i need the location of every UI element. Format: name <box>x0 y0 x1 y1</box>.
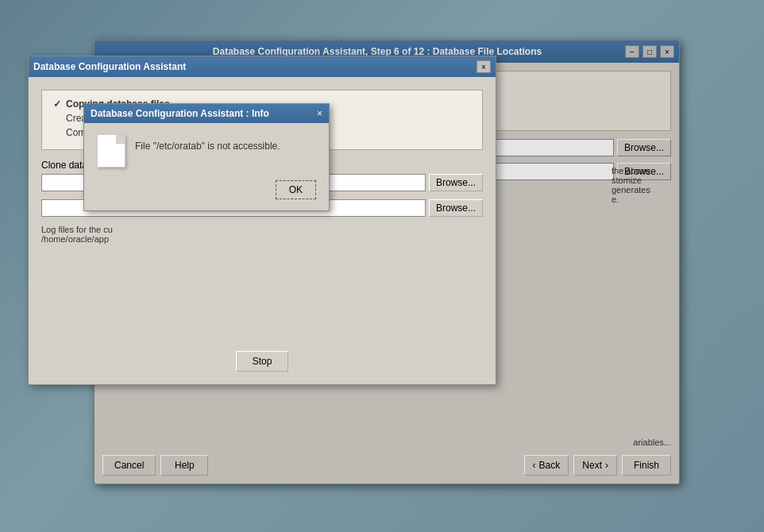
modal-close-button[interactable]: × <box>477 60 491 73</box>
info-body: File "/etc/oratab" is not accessible. OK <box>84 123 329 210</box>
info-dialog: Database Configuration Assistant : Info … <box>83 103 330 211</box>
info-ok-row: OK <box>97 180 316 199</box>
info-close-button[interactable]: × <box>317 108 322 119</box>
stop-button[interactable]: Stop <box>236 351 289 372</box>
info-message: File "/etc/oratab" is not accessible. <box>135 134 280 152</box>
modal-browse2-button[interactable]: Browse... <box>429 199 483 217</box>
modal-log-line2: /home/oracle/app <box>41 234 483 244</box>
info-title: Database Configuration Assistant : Info <box>91 108 269 119</box>
ok-button[interactable]: OK <box>276 180 316 199</box>
modal-check-icon-1: ✓ <box>53 98 61 110</box>
modal-browse1-button[interactable]: Browse... <box>429 174 483 191</box>
info-content-row: File "/etc/oratab" is not accessible. <box>97 134 280 168</box>
modal-log-line1: Log files for the cu <box>41 225 483 234</box>
info-titlebar: Database Configuration Assistant : Info … <box>84 104 329 123</box>
modal-stop-row: Stop <box>41 343 483 372</box>
document-icon <box>97 134 125 168</box>
modal-titlebar: Database Configuration Assistant × <box>29 56 496 77</box>
modal-title: Database Configuration Assistant <box>33 61 186 72</box>
